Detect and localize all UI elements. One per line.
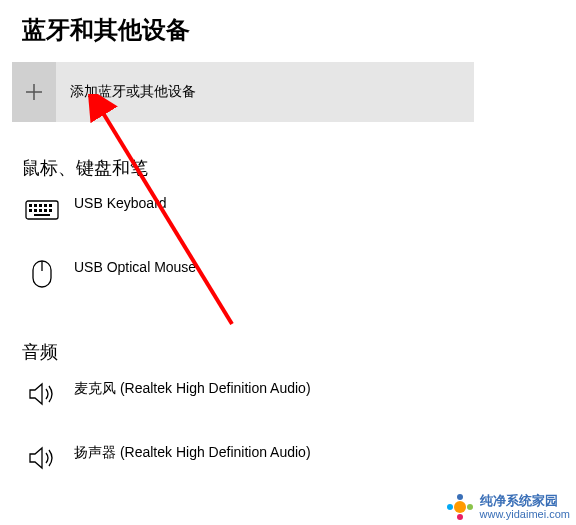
svg-rect-13 [34,214,50,216]
watermark-logo-icon [446,493,474,521]
svg-point-18 [454,501,466,513]
device-label: USB Optical Mouse [74,259,196,275]
svg-rect-8 [29,209,32,212]
device-label: USB Keyboard [74,195,167,211]
keyboard-icon [24,192,60,228]
svg-rect-11 [44,209,47,212]
device-row-mouse[interactable]: USB Optical Mouse [0,256,576,292]
page-title: 蓝牙和其他设备 [0,0,576,62]
add-device-label: 添加蓝牙或其他设备 [70,83,196,101]
watermark-title: 纯净系统家园 [480,494,570,508]
plus-icon [12,62,56,122]
svg-rect-9 [34,209,37,212]
device-label: 麦克风 (Realtek High Definition Audio) [74,380,311,398]
svg-rect-10 [39,209,42,212]
svg-rect-7 [49,204,52,207]
section-header-mkp: 鼠标、键盘和笔 [0,156,576,180]
watermark: 纯净系统家园 www.yidaimei.com [446,493,570,521]
speaker-icon [24,376,60,412]
device-label: 扬声器 (Realtek High Definition Audio) [74,444,311,462]
watermark-url: www.yidaimei.com [480,508,570,520]
svg-rect-3 [29,204,32,207]
svg-point-20 [467,504,473,510]
svg-point-19 [457,494,463,500]
add-device-button[interactable]: 添加蓝牙或其他设备 [12,62,474,122]
section-header-audio: 音频 [0,340,576,364]
svg-rect-12 [49,209,52,212]
svg-point-21 [457,514,463,520]
device-row-mic[interactable]: 麦克风 (Realtek High Definition Audio) [0,376,576,412]
svg-rect-5 [39,204,42,207]
speaker-icon [24,440,60,476]
mouse-icon [24,256,60,292]
device-row-speaker[interactable]: 扬声器 (Realtek High Definition Audio) [0,440,576,476]
svg-rect-4 [34,204,37,207]
device-row-keyboard[interactable]: USB Keyboard [0,192,576,228]
svg-rect-6 [44,204,47,207]
svg-point-22 [447,504,453,510]
